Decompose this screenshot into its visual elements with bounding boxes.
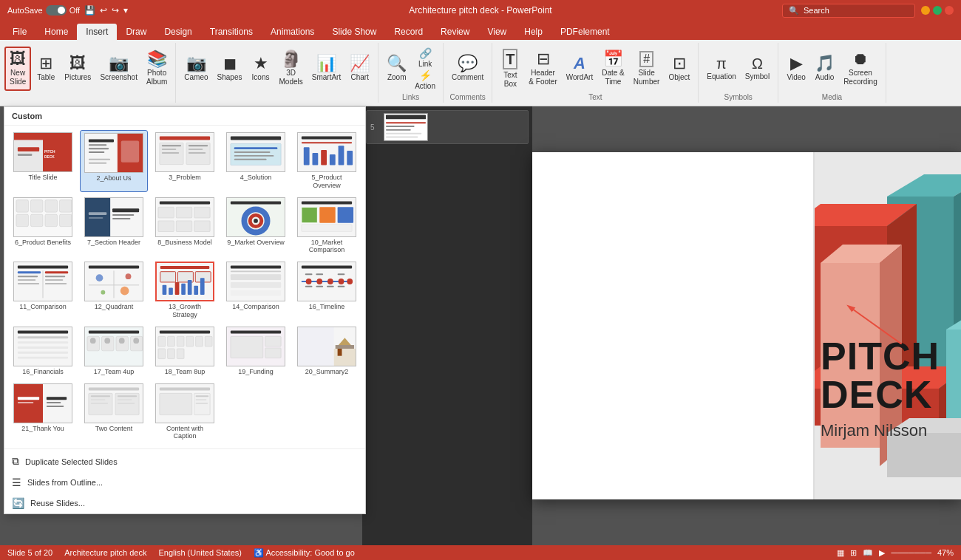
object-button[interactable]: ⊡ Object bbox=[665, 47, 693, 91]
equation-button[interactable]: π Equation bbox=[703, 47, 739, 91]
tab-draw[interactable]: Draw bbox=[117, 24, 155, 40]
cameo-button[interactable]: 📷 Cameo bbox=[180, 47, 211, 91]
link-button[interactable]: 🔗 Link bbox=[412, 47, 438, 68]
autosave-toggle-btn[interactable] bbox=[46, 5, 67, 16]
tab-view[interactable]: View bbox=[478, 24, 515, 40]
video-button[interactable]: ▶ Video bbox=[783, 47, 809, 91]
3d-models-button[interactable]: 🗿 3DModels bbox=[276, 47, 307, 91]
date-time-button[interactable]: 📅 Date &Time bbox=[598, 47, 628, 91]
layout-preview-about bbox=[84, 133, 143, 173]
layout-growth-strategy[interactable]: 13_Growth Strategy bbox=[151, 259, 219, 321]
tab-review[interactable]: Review bbox=[432, 24, 478, 40]
tab-home[interactable]: Home bbox=[35, 24, 77, 40]
svg-rect-222 bbox=[813, 152, 815, 499]
tab-slideshow[interactable]: Slide Show bbox=[323, 24, 385, 40]
close-button[interactable] bbox=[945, 6, 954, 15]
layout-market-comparison[interactable]: 10_Market Comparison bbox=[293, 195, 361, 257]
layout-section-header[interactable]: 7_Section Header bbox=[80, 195, 148, 257]
slide-sorter-btn[interactable]: ⊞ bbox=[850, 548, 857, 558]
customize-icon[interactable]: ▾ bbox=[123, 5, 128, 16]
layout-product-overview[interactable]: 5_Product Overview bbox=[293, 130, 361, 192]
new-slide-dropdown[interactable]: Custom PITCH DECK Title Slide bbox=[4, 106, 366, 514]
outline-action[interactable]: ☰ Slides from Outline... bbox=[4, 472, 365, 493]
layout-about-us[interactable]: 2_About Us bbox=[80, 130, 148, 192]
layout-caption[interactable]: Content with Caption bbox=[151, 381, 219, 443]
layout-funding[interactable]: 19_Funding bbox=[222, 324, 290, 378]
tab-insert[interactable]: Insert bbox=[77, 24, 117, 40]
tab-help[interactable]: Help bbox=[515, 24, 551, 40]
layout-comparison2[interactable]: 14_Comparison bbox=[222, 259, 290, 321]
layout-solution-label: 4_Solution bbox=[240, 174, 272, 182]
smartart-button[interactable]: 📊 SmartArt bbox=[308, 47, 344, 91]
layout-summary2[interactable]: 20_Summary2 bbox=[293, 324, 361, 378]
svg-point-146 bbox=[133, 338, 139, 344]
photo-album-button[interactable]: 📚 PhotoAlbum bbox=[143, 47, 171, 91]
svg-rect-98 bbox=[160, 266, 210, 269]
action-button[interactable]: ⚡ Action bbox=[412, 69, 438, 90]
text-box-button[interactable]: T TextBox bbox=[497, 47, 523, 91]
layout-thank-you[interactable]: 21_Thank You bbox=[9, 381, 77, 443]
screen-recording-button[interactable]: ⏺ ScreenRecording bbox=[840, 47, 881, 91]
wordart-button[interactable]: A WordArt bbox=[563, 47, 597, 91]
layout-team4[interactable]: 17_Team 4up bbox=[80, 324, 148, 378]
duplicate-action[interactable]: ⧉ Duplicate Selected Slides bbox=[4, 451, 365, 472]
layout-two-content[interactable]: Two Content bbox=[80, 381, 148, 443]
table-button[interactable]: ⊞ Table bbox=[33, 47, 59, 91]
new-slide-button[interactable]: 🖼 NewSlide bbox=[4, 47, 31, 91]
svg-rect-171 bbox=[18, 397, 39, 400]
wordart-label: WordArt bbox=[566, 73, 594, 82]
maximize-button[interactable] bbox=[933, 6, 942, 15]
slideshow-btn[interactable]: ▶ bbox=[879, 548, 885, 558]
svg-rect-3 bbox=[18, 154, 33, 156]
svg-rect-152 bbox=[186, 336, 194, 346]
layout-business-model[interactable]: 8_Business Model bbox=[151, 195, 219, 257]
layout-team8[interactable]: 18_Team 8up bbox=[151, 324, 219, 378]
comment-label: Comment bbox=[452, 73, 483, 82]
slide-number-button[interactable]: # SlideNumber bbox=[630, 47, 664, 91]
equation-label: Equation bbox=[707, 72, 736, 81]
zoom-slider[interactable]: ─────── bbox=[891, 548, 931, 557]
layout-problem[interactable]: 3_Problem bbox=[151, 130, 219, 192]
chart-button[interactable]: 📈 Chart bbox=[346, 47, 373, 91]
layout-market-overview[interactable]: 9_Market Overview bbox=[222, 195, 290, 257]
layout-comparison[interactable]: 11_Comparison bbox=[9, 259, 77, 321]
shapes-button[interactable]: ◼ Shapes bbox=[214, 47, 246, 91]
normal-view-btn[interactable]: ▦ bbox=[837, 548, 844, 558]
screen-recording-label: ScreenRecording bbox=[843, 69, 877, 86]
undo-icon[interactable]: ↩ bbox=[100, 5, 107, 16]
slide-thumbnail-5[interactable]: 5 bbox=[366, 110, 529, 144]
autosave-toggle[interactable]: AutoSave Off bbox=[7, 5, 80, 16]
comment-button[interactable]: 💬 Comment bbox=[448, 47, 487, 91]
reuse-action[interactable]: 🔄 Reuse Slides... bbox=[4, 493, 365, 513]
reading-view-btn[interactable]: 📖 bbox=[863, 548, 873, 558]
minimize-button[interactable] bbox=[921, 6, 930, 15]
screenshot-button[interactable]: 📷 Screenshot bbox=[96, 47, 141, 91]
header-footer-button[interactable]: ⊟ Header& Footer bbox=[525, 47, 560, 91]
layout-thankyou-label: 21_Thank You bbox=[21, 425, 64, 433]
search-bar[interactable]: 🔍 Search bbox=[782, 4, 915, 18]
pictures-button[interactable]: 🖼 Pictures bbox=[61, 47, 95, 91]
layout-financials[interactable]: 16_Financials bbox=[9, 324, 77, 378]
zoom-button[interactable]: 🔍 Zoom bbox=[383, 47, 410, 91]
layout-preview-product bbox=[297, 132, 356, 172]
layout-quadrant[interactable]: 12_Quadrant bbox=[80, 259, 148, 321]
symbol-button[interactable]: Ω Symbol bbox=[741, 47, 773, 91]
tab-file[interactable]: File bbox=[4, 24, 35, 40]
icons-button[interactable]: ★ Icons bbox=[248, 47, 274, 91]
layout-product-benefits[interactable]: 6_Product Benefits bbox=[9, 195, 77, 257]
audio-button[interactable]: 🎵 Audio bbox=[811, 47, 838, 91]
layout-benefits-label: 6_Product Benefits bbox=[15, 239, 71, 247]
svg-rect-192 bbox=[196, 403, 208, 404]
tab-record[interactable]: Record bbox=[385, 24, 432, 40]
tab-pdfelement[interactable]: PDFelement bbox=[551, 24, 619, 40]
tab-animations[interactable]: Animations bbox=[262, 24, 323, 40]
tab-transitions[interactable]: Transitions bbox=[201, 24, 262, 40]
redo-icon[interactable]: ↪ bbox=[112, 5, 119, 16]
tab-design[interactable]: Design bbox=[155, 24, 200, 40]
save-icon[interactable]: 💾 bbox=[84, 5, 95, 16]
layout-timeline[interactable]: 16_Timeline bbox=[293, 259, 361, 321]
ribbon-group-symbols: π Equation Ω Symbol Symbols bbox=[699, 43, 778, 103]
layout-solution[interactable]: 4_Solution bbox=[222, 130, 290, 192]
layout-title-slide[interactable]: PITCH DECK Title Slide bbox=[9, 130, 77, 192]
layout-preview-section bbox=[84, 197, 143, 237]
